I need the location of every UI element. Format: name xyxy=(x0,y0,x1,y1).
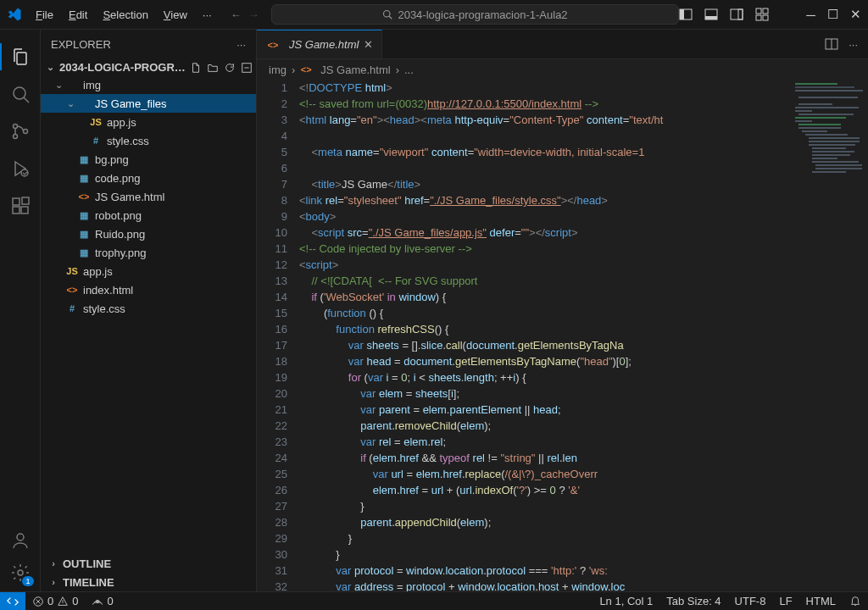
refresh-icon[interactable] xyxy=(224,62,236,74)
layout-customize-icon[interactable] xyxy=(755,8,769,21)
nav-back-icon[interactable]: ← xyxy=(231,8,242,21)
tab-bar: <> JS Game.html ✕ ··· xyxy=(257,30,868,59)
folder-icon xyxy=(76,96,92,111)
tree-item-index-html[interactable]: <>index.html xyxy=(41,280,256,299)
svg-rect-47 xyxy=(812,154,850,156)
svg-point-15 xyxy=(13,135,17,139)
svg-rect-3 xyxy=(680,9,684,19)
svg-line-13 xyxy=(24,97,29,103)
menu-edit[interactable]: Edit xyxy=(62,5,94,25)
tab-label: JS Game.html xyxy=(289,38,359,51)
accounts-activity-icon[interactable] xyxy=(8,529,32,552)
tree-item-bg-png[interactable]: ▦bg.png xyxy=(41,150,256,169)
source-control-activity-icon[interactable] xyxy=(8,119,32,143)
svg-rect-38 xyxy=(798,124,841,125)
svg-rect-33 xyxy=(795,107,859,108)
svg-point-0 xyxy=(384,11,391,18)
html-icon: <> xyxy=(76,189,92,204)
svg-rect-48 xyxy=(812,158,837,159)
search-activity-icon[interactable] xyxy=(8,82,32,106)
tree-item-style-css[interactable]: #style.css xyxy=(41,131,256,150)
search-icon xyxy=(382,9,392,19)
tree-item-trophy-png[interactable]: ▦trophy.png xyxy=(41,243,256,262)
svg-rect-30 xyxy=(795,90,863,92)
minimize-button[interactable]: ─ xyxy=(806,8,815,22)
breadcrumb[interactable]: img› <> JS Game.html› ... xyxy=(257,59,868,80)
svg-rect-32 xyxy=(798,103,832,105)
svg-rect-9 xyxy=(763,8,768,14)
code-content[interactable]: <!DOCTYPE html><!-- saved from url=(0032… xyxy=(299,80,868,591)
collapse-icon[interactable] xyxy=(241,62,253,74)
html-file-icon: <> xyxy=(300,62,312,77)
close-button[interactable]: ✕ xyxy=(850,7,861,22)
svg-point-57 xyxy=(97,600,100,603)
remote-button[interactable] xyxy=(0,592,25,610)
new-file-icon[interactable] xyxy=(190,62,202,74)
main-menu: File Edit Selection View ··· xyxy=(29,5,219,25)
settings-activity-icon[interactable]: 1 xyxy=(8,561,32,585)
tree-item-style-css[interactable]: #style.css xyxy=(41,299,256,318)
tree-item-app-js[interactable]: JSapp.js xyxy=(41,113,256,131)
html-file-icon: <> xyxy=(265,37,281,53)
tab-jsgame[interactable]: <> JS Game.html ✕ xyxy=(257,30,382,58)
tree-item-ruido-png[interactable]: ▦Ruido.png xyxy=(41,225,256,243)
img-icon: ▦ xyxy=(76,226,92,241)
img-icon: ▦ xyxy=(76,170,92,186)
svg-point-12 xyxy=(14,87,25,99)
tree-item-img[interactable]: ⌄img xyxy=(41,75,256,94)
svg-point-14 xyxy=(13,125,17,129)
line-numbers: 1234567891011121314151617181920212223242… xyxy=(257,80,299,591)
menu-selection[interactable]: Selection xyxy=(96,5,154,25)
css-icon: # xyxy=(64,301,80,316)
vscode-logo-icon xyxy=(7,7,22,22)
tab-more-icon[interactable]: ··· xyxy=(849,38,858,51)
layout-right-icon[interactable] xyxy=(730,8,743,21)
tree-project-header[interactable]: ⌄ 2034-LOGICA-PROGRAM... xyxy=(41,59,256,75)
menu-view[interactable]: View xyxy=(157,5,194,25)
nav-arrows: ← → xyxy=(231,8,259,21)
sidebar-header: EXPLORER ··· xyxy=(41,30,256,59)
tree-item-app-js[interactable]: JSapp.js xyxy=(41,262,256,280)
language-mode[interactable]: HTML xyxy=(799,595,843,607)
layout-left-icon[interactable] xyxy=(679,8,693,21)
command-center[interactable]: 2034-logica-programacion-1-Aula2 xyxy=(271,4,680,25)
notifications-icon[interactable] xyxy=(843,595,868,607)
indentation[interactable]: Tab Size: 4 xyxy=(659,595,727,607)
cursor-position[interactable]: Ln 1, Col 1 xyxy=(593,595,659,607)
svg-rect-5 xyxy=(705,16,717,19)
maximize-button[interactable]: ☐ xyxy=(827,7,838,22)
minimap[interactable] xyxy=(792,80,868,591)
svg-rect-8 xyxy=(756,8,761,14)
run-activity-icon[interactable] xyxy=(8,157,32,180)
tree-item-code-png[interactable]: ▦code.png xyxy=(41,169,256,187)
outline-section[interactable]: ›OUTLINE xyxy=(41,554,256,573)
problems-button[interactable]: 0 0 xyxy=(25,592,85,610)
tree-item-js-game_files[interactable]: ⌄JS Game_files xyxy=(41,94,256,113)
file-tree: ⌄ 2034-LOGICA-PROGRAM... ⌄img⌄JS Game_fi… xyxy=(41,59,256,554)
split-editor-icon[interactable] xyxy=(825,37,838,51)
titlebar: File Edit Selection View ··· ← → 2034-lo… xyxy=(0,0,868,30)
new-folder-icon[interactable] xyxy=(207,62,219,74)
tree-item-js-game-html[interactable]: <>JS Game.html xyxy=(41,187,256,206)
tree-item-robot-png[interactable]: ▦robot.png xyxy=(41,206,256,225)
tab-close-icon[interactable]: ✕ xyxy=(364,38,373,51)
menu-file[interactable]: File xyxy=(29,5,60,25)
layout-bottom-icon[interactable] xyxy=(704,8,718,21)
svg-rect-36 xyxy=(795,117,846,119)
timeline-section[interactable]: ›TIMELINE xyxy=(41,573,256,591)
eol[interactable]: LF xyxy=(772,595,798,607)
svg-rect-49 xyxy=(812,161,859,163)
explorer-activity-icon[interactable] xyxy=(8,45,32,69)
encoding[interactable]: UTF-8 xyxy=(728,595,773,607)
svg-rect-52 xyxy=(812,171,846,173)
titlebar-controls: ─ ☐ ✕ xyxy=(679,7,861,22)
ports-button[interactable]: 0 xyxy=(85,592,120,610)
code-editor[interactable]: 1234567891011121314151617181920212223242… xyxy=(257,80,868,591)
svg-rect-21 xyxy=(22,197,29,204)
sidebar-title: EXPLORER xyxy=(51,38,111,51)
html-icon: <> xyxy=(64,282,80,297)
extensions-activity-icon[interactable] xyxy=(8,194,32,218)
nav-forward-icon[interactable]: → xyxy=(248,8,259,21)
sidebar-more-icon[interactable]: ··· xyxy=(236,38,246,51)
menu-more[interactable]: ··· xyxy=(196,5,219,25)
